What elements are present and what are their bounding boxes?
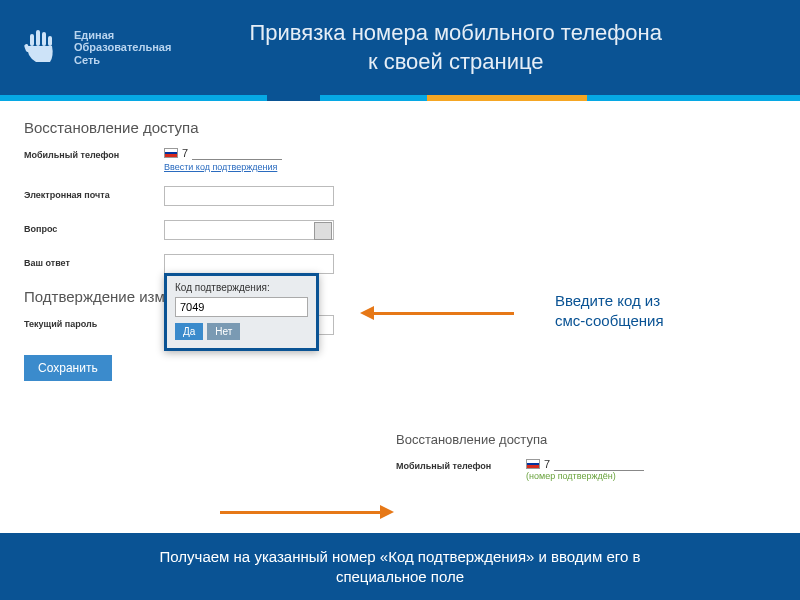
flag-ru-icon — [164, 148, 178, 158]
title-line2: к своей странице — [171, 48, 740, 77]
popup-no-button[interactable]: Нет — [207, 323, 240, 340]
footer-line1: Получаем на указанный номер «Код подтвер… — [160, 548, 641, 565]
email-row: Электронная почта — [24, 186, 776, 206]
svg-rect-0 — [30, 34, 34, 46]
logo: Единая Образовательная Сеть — [20, 26, 171, 70]
content-area: Восстановление доступа Мобильный телефон… — [0, 101, 800, 381]
callout-line2: смс-сообщения — [555, 311, 664, 331]
confirmation-popup: Код подтверждения: Да Нет — [164, 273, 319, 351]
phone-input[interactable] — [192, 146, 282, 160]
answer-row: Ваш ответ — [24, 254, 776, 274]
confirmation-code-input[interactable] — [175, 297, 308, 317]
footer-line2: специальное поле — [336, 568, 464, 585]
password-label: Текущий пароль — [24, 315, 164, 329]
brand-line2: Образовательная — [74, 41, 171, 53]
enter-code-link[interactable]: Ввести код подтверждения — [164, 162, 282, 172]
svg-rect-3 — [48, 36, 52, 46]
arrow-icon — [360, 306, 514, 320]
answer-label: Ваш ответ — [24, 254, 164, 268]
phone-label: Мобильный телефон — [24, 146, 164, 160]
footer-text: Получаем на указанный номер «Код подтвер… — [0, 533, 800, 600]
brand-text: Единая Образовательная Сеть — [74, 29, 171, 65]
hand-icon — [20, 26, 64, 70]
page-title: Привязка номера мобильного телефона к св… — [171, 19, 780, 76]
answer-input[interactable] — [164, 254, 334, 274]
mini-title: Восстановление доступа — [396, 432, 776, 447]
phone-prefix: 7 — [182, 147, 188, 159]
callout-text: Введите код из смс-сообщения — [555, 291, 664, 330]
mini-phone-prefix: 7 — [544, 458, 550, 470]
mini-phone-input[interactable] — [554, 457, 644, 471]
email-input[interactable] — [164, 186, 334, 206]
brand-line1: Единая — [74, 29, 171, 41]
callout-line1: Введите код из — [555, 291, 664, 311]
confirmed-snapshot: Восстановление доступа Мобильный телефон… — [396, 432, 776, 483]
question-select[interactable] — [164, 220, 334, 240]
flag-ru-icon — [526, 459, 540, 469]
mini-phone-label: Мобильный телефон — [396, 457, 526, 471]
phone-row: Мобильный телефон 7 Ввести код подтвержд… — [24, 146, 776, 172]
section1-title: Восстановление доступа — [24, 119, 776, 136]
question-row: Вопрос — [24, 220, 776, 240]
confirmed-text: (номер подтверждён) — [526, 471, 644, 481]
arrow-icon — [220, 505, 394, 519]
save-button[interactable]: Сохранить — [24, 355, 112, 381]
popup-yes-button[interactable]: Да — [175, 323, 203, 340]
brand-line3: Сеть — [74, 54, 171, 66]
header: Единая Образовательная Сеть Привязка ном… — [0, 0, 800, 95]
email-label: Электронная почта — [24, 186, 164, 200]
svg-rect-1 — [36, 30, 40, 46]
popup-label: Код подтверждения: — [175, 282, 308, 293]
question-label: Вопрос — [24, 220, 164, 234]
title-line1: Привязка номера мобильного телефона — [171, 19, 740, 48]
svg-rect-2 — [42, 32, 46, 46]
